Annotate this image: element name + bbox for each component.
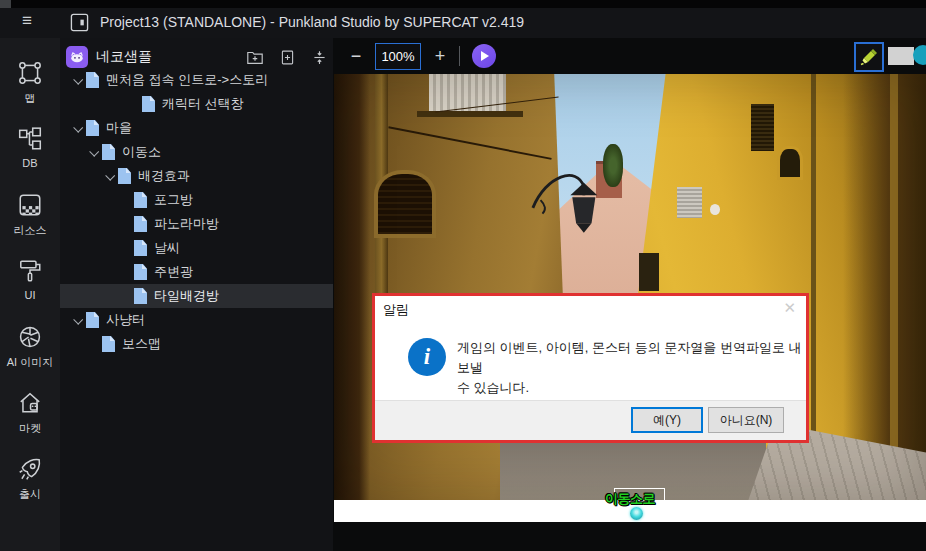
file-icon	[134, 192, 147, 208]
tree-item[interactable]: 맨처음 접속 인트로->스토리	[60, 68, 333, 92]
photo-wall-lamp	[710, 204, 720, 215]
sidebar-item-label: UI	[25, 289, 36, 301]
window-edge-chip	[0, 0, 11, 8]
tree-item[interactable]: 마을	[60, 116, 333, 140]
yes-button[interactable]: 예(Y)	[631, 407, 703, 433]
file-icon	[102, 144, 115, 160]
tree-item-label: 타일배경방	[154, 287, 219, 305]
sidebar-item-ai-image[interactable]: AI 이미지	[0, 324, 60, 390]
sidebar-item-label: DB	[22, 157, 37, 169]
file-icon	[118, 168, 131, 184]
teal-tool-dot[interactable]	[913, 45, 926, 65]
tree-item-label: 맨처음 접속 인트로->스토리	[106, 71, 268, 89]
sidebar-item-label: AI 이미지	[7, 355, 53, 370]
sidebar-item-label: 출시	[19, 487, 41, 502]
chevron-down-icon[interactable]	[68, 317, 86, 324]
release-rocket-icon	[17, 456, 43, 482]
no-button[interactable]: 아니요(N)	[708, 407, 784, 433]
photo-far-drainpipe	[890, 74, 898, 500]
tree-item-label: 캐릭터 선택창	[162, 95, 244, 113]
photo-left-arched-window	[378, 174, 431, 234]
file-icon	[86, 72, 99, 88]
tree-item[interactable]: 보스맵	[60, 332, 333, 356]
tree-item-label: 배경효과	[138, 167, 190, 185]
tree-item-label: 날씨	[154, 239, 180, 257]
photo-left-ledge	[417, 111, 524, 117]
tree-item[interactable]: 날씨	[60, 236, 333, 260]
photo-far-right-wall	[843, 74, 926, 500]
photo-left-shadow	[334, 74, 370, 500]
tree-item[interactable]: 포그방	[60, 188, 333, 212]
tree-item-label: 파노라마방	[154, 215, 219, 233]
tree-item[interactable]: 이동소	[60, 140, 333, 164]
tree-item[interactable]: 배경효과	[60, 164, 333, 188]
map-portal-label: 이동소로	[605, 490, 655, 508]
hamburger-menu-icon[interactable]: ≡	[22, 11, 32, 31]
tree-item-label: 사냥터	[106, 311, 145, 329]
sidebar-item-release[interactable]: 출시	[0, 456, 60, 522]
map-selection-icon	[17, 60, 43, 86]
sidebar-item-label: 마켓	[19, 421, 41, 436]
sidebar-item-map[interactable]: 맵	[0, 60, 60, 126]
tree-item[interactable]: 캐릭터 선택창	[60, 92, 333, 116]
highlighter-tool-button[interactable]	[854, 42, 884, 72]
alert-dialog: 알림 ✕ i 게임의 이벤트, 아이템, 몬스터 등의 문자열을 번역파일로 내…	[372, 293, 809, 443]
sidebar-item-label: 맵	[25, 91, 36, 106]
app-panel-icon	[70, 13, 89, 32]
window-title: Project13 (STANDALONE) - Punkland Studio…	[100, 14, 524, 30]
tree-item[interactable]: 주변광	[60, 260, 333, 284]
sidebar-item-ui[interactable]: UI	[0, 258, 60, 324]
file-icon	[86, 312, 99, 328]
file-icon	[134, 264, 147, 280]
chevron-down-icon[interactable]	[84, 149, 102, 156]
tree-rows: 맨처음 접속 인트로->스토리 캐릭터 선택창 마을 이동소 배경효과	[60, 68, 333, 356]
zoom-out-button[interactable]: −	[345, 46, 367, 67]
map-portal-sprite	[630, 507, 643, 520]
add-folder-button[interactable]	[245, 47, 265, 67]
dialog-title: 알림	[383, 301, 409, 319]
market-home-icon	[17, 390, 43, 416]
tree-item-label: 이동소	[122, 143, 161, 161]
dialog-message-line: 게임의 이벤트, 아이템, 몬스터 등의 문자열을 번역파일로 내보낼	[457, 338, 806, 378]
color-swatch[interactable]	[888, 47, 914, 65]
file-icon	[134, 240, 147, 256]
dialog-message-line: 수 있습니다.	[457, 378, 806, 398]
chevron-down-icon[interactable]	[100, 173, 118, 180]
project-name: 네코샘플	[96, 48, 233, 66]
close-icon[interactable]: ✕	[783, 299, 796, 317]
sidebar-item-market[interactable]: 마켓	[0, 390, 60, 456]
toolbar-divider	[459, 46, 460, 66]
chevron-down-icon[interactable]	[68, 125, 86, 132]
play-button[interactable]	[472, 44, 496, 68]
canvas-toolbar: − 100% +	[333, 38, 926, 74]
tree-item[interactable]: 사냥터	[60, 308, 333, 332]
photo-right-arch-window	[780, 149, 800, 177]
file-icon	[86, 120, 99, 136]
tree-header: 네코샘플	[66, 44, 329, 70]
sidebar-item-resources[interactable]: 리소스	[0, 192, 60, 258]
photo-street-lamp	[529, 163, 606, 265]
chevron-down-icon[interactable]	[68, 77, 86, 84]
tree-item-label: 주변광	[154, 263, 193, 281]
database-nodes-icon	[17, 126, 43, 152]
tree-item-label: 포그방	[154, 191, 193, 209]
tree-item-selected[interactable]: 타일배경방	[60, 284, 333, 308]
ai-image-aperture-icon	[17, 324, 43, 350]
window-top-strip	[0, 0, 926, 8]
zoom-level-field[interactable]: 100%	[375, 43, 421, 70]
file-icon	[134, 288, 147, 304]
app-window: ≡ Project13 (STANDALONE) - Punkland Stud…	[0, 0, 926, 551]
zoom-in-button[interactable]: +	[429, 46, 451, 67]
tree-item-label: 마을	[106, 119, 132, 137]
titlebar: ≡ Project13 (STANDALONE) - Punkland Stud…	[0, 8, 926, 38]
sidebar-item-db[interactable]: DB	[0, 126, 60, 192]
photo-right-light-shutter	[677, 187, 702, 219]
collapse-all-button[interactable]	[309, 47, 329, 67]
sidebar: 맵 DB 리소스	[0, 38, 60, 551]
tree-item[interactable]: 파노라마방	[60, 212, 333, 236]
add-file-button[interactable]	[277, 47, 297, 67]
project-cat-icon	[66, 46, 88, 68]
photo-plant	[603, 144, 623, 187]
file-icon	[102, 336, 115, 352]
photo-right-shutter	[751, 104, 774, 151]
